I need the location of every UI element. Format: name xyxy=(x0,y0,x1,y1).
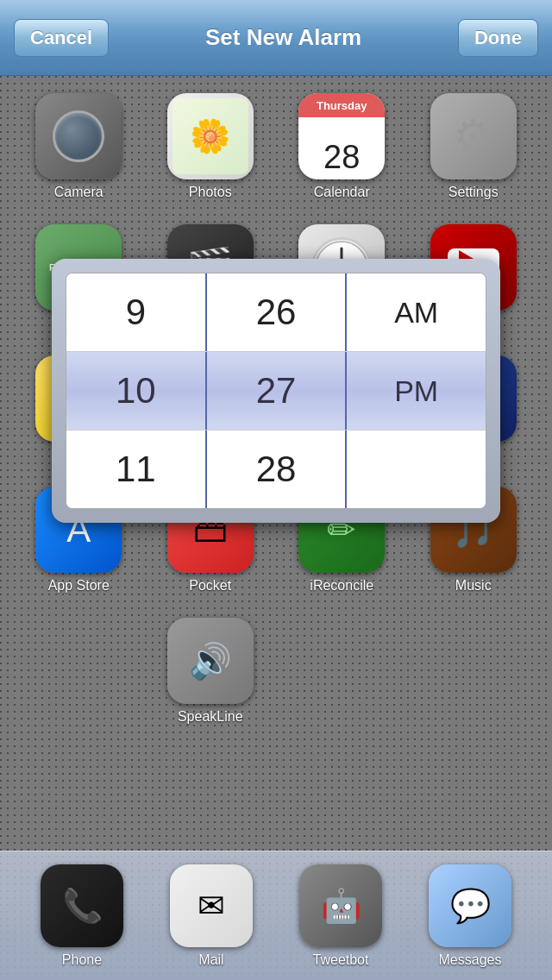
picker-row-selected: 10 27 PM xyxy=(66,352,486,430)
picker-ampm-am[interactable]: AM xyxy=(347,273,486,351)
page-title: Set New Alarm xyxy=(205,24,361,51)
app-label: App Store xyxy=(48,578,110,594)
header-bar: Cancel Set New Alarm Done xyxy=(0,0,552,76)
time-picker[interactable]: 9 26 AM 10 27 PM 11 28 xyxy=(52,259,500,523)
app-label: Tweetbot xyxy=(313,952,369,968)
app-speakline[interactable]: 🔊 SpeakLine xyxy=(149,618,273,725)
calendar-header: Thursday xyxy=(298,93,385,117)
picker-minute-28[interactable]: 28 xyxy=(207,430,348,508)
app-label: iReconcile xyxy=(310,578,373,594)
picker-row-bottom: 11 28 xyxy=(66,430,486,508)
calendar-date: 28 xyxy=(298,139,385,176)
app-label: Messages xyxy=(439,952,502,968)
picker-inner: 9 26 AM 10 27 PM 11 28 xyxy=(66,273,486,509)
app-photos[interactable]: 🌼 Photos xyxy=(149,93,273,200)
app-label: Pocket xyxy=(189,578,231,594)
app-calendar[interactable]: Thursday 28 Calendar xyxy=(280,93,404,200)
picker-ampm-pm[interactable]: PM xyxy=(347,352,486,430)
app-label: Photos xyxy=(189,185,232,200)
camera-lens-icon xyxy=(53,110,104,162)
app-label: Settings xyxy=(448,185,499,200)
picker-hour-10[interactable]: 10 xyxy=(66,352,207,430)
cancel-button[interactable]: Cancel xyxy=(14,19,109,57)
dock-messages[interactable]: 💬 Messages xyxy=(429,864,511,968)
dock-phone[interactable]: 📞 Phone xyxy=(41,864,123,968)
picker-minute-26[interactable]: 26 xyxy=(207,273,348,351)
dock-mail[interactable]: ✉ Mail xyxy=(170,864,253,968)
app-label: Calendar xyxy=(314,185,370,200)
app-label: Mail xyxy=(198,952,223,968)
done-button[interactable]: Done xyxy=(458,19,538,57)
dock: 📞 Phone ✉ Mail 🤖 Tweetbot 💬 Messages xyxy=(0,851,552,980)
picker-hour-9[interactable]: 9 xyxy=(66,273,207,351)
dock-tweetbot[interactable]: 🤖 Tweetbot xyxy=(299,864,382,968)
app-label: Phone xyxy=(62,952,102,968)
picker-ampm-empty xyxy=(347,430,486,508)
picker-minute-27[interactable]: 27 xyxy=(207,352,348,430)
app-label: Music xyxy=(455,578,492,594)
app-label: SpeakLine xyxy=(178,709,243,725)
picker-row-top: 9 26 AM xyxy=(66,273,486,352)
app-camera[interactable]: Camera xyxy=(17,93,141,200)
app-label: Camera xyxy=(54,185,104,200)
app-settings[interactable]: ⚙ Settings xyxy=(412,93,536,200)
picker-hour-11[interactable]: 11 xyxy=(66,430,207,508)
gear-icon: ⚙ xyxy=(453,110,493,162)
